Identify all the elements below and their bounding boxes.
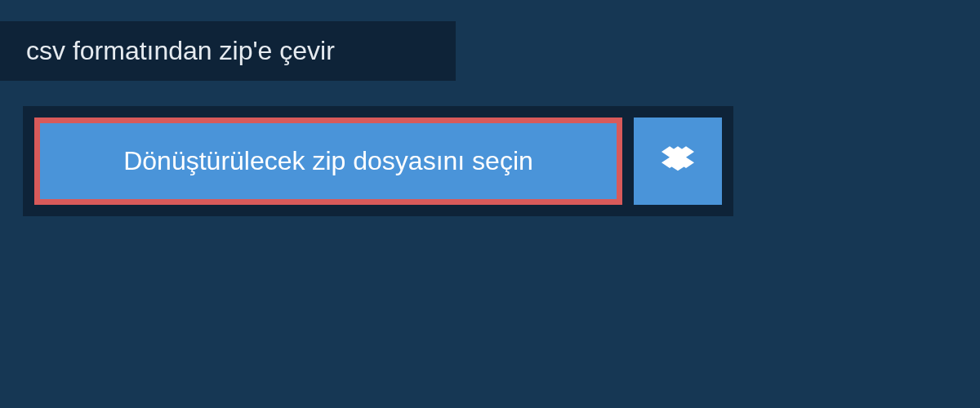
dropbox-icon (662, 144, 694, 180)
upload-panel: Dönüştürülecek zip dosyasını seçin (23, 106, 733, 216)
select-file-button[interactable]: Dönüştürülecek zip dosyasını seçin (34, 118, 622, 205)
dropbox-button[interactable] (634, 118, 722, 205)
page-title: csv formatından zip'e çevir (26, 36, 430, 66)
header-tab: csv formatından zip'e çevir (0, 21, 456, 81)
select-file-label: Dönüştürülecek zip dosyasını seçin (123, 146, 533, 176)
